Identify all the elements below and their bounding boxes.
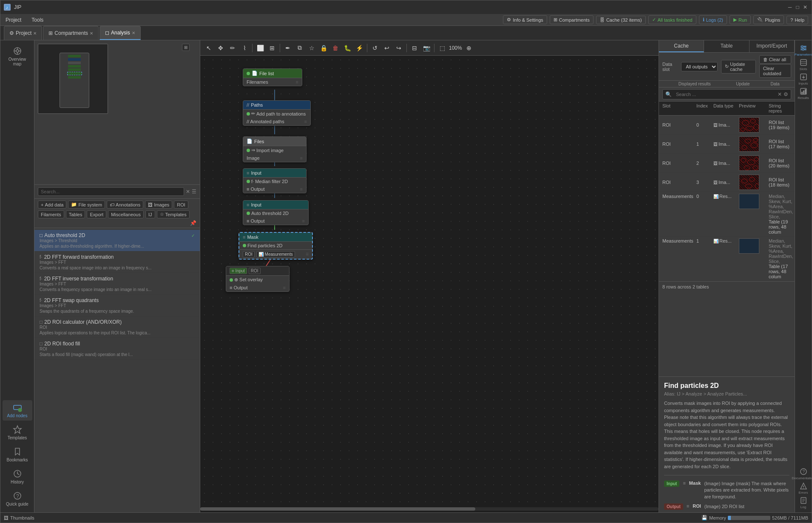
menu-tools[interactable]: Tools [30, 16, 45, 24]
minimap-expand-button[interactable]: ⊞ [182, 44, 190, 51]
all-tasks-button[interactable]: ✓ All tasks finished [648, 15, 696, 24]
node-auto-threshold[interactable]: ≡ Input Auto threshold 2D ≡ Output ≡ [243, 200, 309, 225]
cache-row-meas-1[interactable]: Measurements 1 📊 Res... Median, Skew, Ku… [659, 237, 795, 281]
menu-project[interactable]: Project [4, 16, 23, 24]
tab-compartments[interactable]: ⊞ Compartments ✕ [43, 26, 99, 40]
node-file-list[interactable]: 📄 File list Filenames ≡ [243, 68, 302, 86]
rectangle-tool[interactable]: ⬜ [255, 43, 265, 53]
documentation-button[interactable]: ? Documentation [797, 467, 810, 480]
filter-roi[interactable]: ROI [174, 201, 188, 209]
minimize-button[interactable]: ─ [787, 4, 793, 10]
filter-ij[interactable]: IJ [145, 210, 155, 218]
sidebar-item-add-nodes[interactable]: Add nodes [3, 400, 32, 421]
close-button[interactable]: ✕ [802, 4, 808, 10]
info-settings-button[interactable]: ⚙ Info & Settings [503, 15, 547, 24]
logs-button[interactable]: ℹ Logs (2) [699, 15, 727, 24]
tab-analysis-close[interactable]: ✕ [132, 31, 135, 35]
cache-row-roi-1[interactable]: ROI 1 🖼 Ima... [659, 135, 795, 154]
run-button[interactable]: ▶ Run [730, 15, 751, 24]
compartments-button[interactable]: ⊞ Compartments [550, 15, 593, 24]
node-files[interactable]: 📄 Files ⇒ Import image Image ≡ [243, 136, 307, 162]
select-tool[interactable]: ↖ [204, 43, 214, 53]
screenshot-tool[interactable]: 📷 [421, 43, 432, 53]
algorithm-item-auto-threshold[interactable]: □ Auto threshold 2D ✓ Images > Threshold… [34, 230, 200, 252]
copy-tool[interactable]: ⧉ [295, 43, 305, 53]
sidebar-item-quick-guide[interactable]: ? Quick guide [3, 489, 32, 509]
cache-button[interactable]: 🗄 Cache (32 items) [596, 16, 646, 24]
pen-tool[interactable]: ✏ [227, 43, 238, 53]
cache-search-options-icon[interactable]: ⚙ [784, 91, 788, 97]
right-tab-cache[interactable]: Cache [659, 40, 704, 52]
cache-tool[interactable]: ⚡ [354, 43, 364, 53]
workflow-canvas[interactable]: 📄 File list Filenames ≡ // Paths [200, 56, 659, 512]
canvas-area[interactable]: ↖ ✥ ✏ ⌇ ⬜ ⊞ ✒ ⧉ ☆ 🔒 🗑 🐛 ⚡ ↺ ↩ ↪ ⊟ [200, 40, 659, 512]
bookmark-tool[interactable]: ☆ [307, 43, 317, 53]
canvas-scrollbar-horizontal[interactable] [200, 507, 659, 511]
errors-button[interactable]: Errors [797, 482, 810, 495]
delete-tool[interactable]: 🗑 [330, 43, 341, 53]
search-options-icon[interactable]: ☰ [192, 189, 196, 195]
results-panel-button[interactable]: Results [797, 87, 810, 100]
filter-annotations[interactable]: 🏷 Annotations [107, 201, 143, 209]
filter-add-data[interactable]: + Add data [38, 201, 66, 209]
filter-miscellaneous[interactable]: Miscellaneous [108, 210, 144, 218]
lock-tool[interactable]: 🔒 [318, 43, 329, 53]
clear-all-button[interactable]: 🗑 Clear all [759, 55, 791, 64]
tab-project-close[interactable]: ✕ [33, 31, 37, 36]
algorithm-item-fft-forward[interactable]: f· 2D FFT forward transformation Images … [34, 252, 200, 273]
right-tab-import-export[interactable]: Import/Export [750, 40, 795, 52]
cache-row-roi-2[interactable]: ROI 2 🖼 Ima... [659, 154, 795, 173]
debug-tool[interactable]: 🐛 [342, 43, 352, 53]
pin-icon[interactable]: 📌 [190, 220, 196, 226]
tab-compartments-close[interactable]: ✕ [90, 31, 93, 36]
filter-file-system[interactable]: 📁 File system [68, 201, 105, 209]
node-find-particles[interactable]: ≡ Mask Find particles 2D ROI [238, 232, 313, 260]
redo-tool[interactable]: ↪ [394, 43, 404, 53]
maximize-button[interactable]: □ [795, 4, 801, 10]
tab-analysis[interactable]: ◻ Analysis ✕ [99, 26, 141, 40]
tab-project[interactable]: ⚙ Project ✕ [4, 26, 42, 40]
log-button[interactable]: Log [797, 496, 810, 509]
search-clear-icon[interactable]: ✕ [186, 189, 190, 195]
plugins-button[interactable]: 🔌 Plugins [753, 15, 784, 24]
connect-tool[interactable]: ⌇ [239, 43, 250, 53]
node-set-overlay[interactable]: ≡ Input ROI ⊕ Set overlay ≡ Output ≡ [226, 266, 290, 292]
algorithm-item-roi-calculator[interactable]: □ 2D ROI calculator (AND/OR/XOR) ROI App… [34, 317, 200, 338]
algorithm-item-roi-flood[interactable]: □ 2D ROI flood fill ROI Starts a flood f… [34, 338, 200, 360]
filter-export[interactable]: Export [87, 210, 106, 218]
move-tool[interactable]: ✥ [216, 43, 226, 53]
draw-tool[interactable]: ✒ [283, 43, 293, 53]
sidebar-item-bookmarks[interactable]: Bookmarks [3, 444, 32, 465]
update-cache-button[interactable]: ↻ Update cache [721, 60, 756, 74]
filter-tables[interactable]: Tables [66, 210, 85, 218]
cache-search-input[interactable] [673, 90, 776, 98]
right-tab-table[interactable]: Table [704, 40, 749, 52]
params-panel-button[interactable]: Parameters [797, 44, 810, 57]
rotate-left-tool[interactable]: ↺ [370, 43, 380, 53]
cache-row-roi-0[interactable]: ROI 0 🖼 Ima... [659, 116, 795, 135]
frame-tool[interactable]: ⬚ [437, 43, 447, 53]
sidebar-item-templates[interactable]: Templates [3, 422, 32, 443]
undo-tool[interactable]: ↩ [382, 43, 392, 53]
filter-images[interactable]: 🖼 Images [145, 201, 172, 209]
filter-filaments[interactable]: Filaments [38, 210, 64, 218]
cache-row-roi-3[interactable]: ROI 3 🖼 Ima... [659, 173, 795, 192]
sidebar-item-history[interactable]: History [3, 466, 32, 487]
algorithm-item-fft-inverse[interactable]: f· 2D FFT inverse transformation Images … [34, 273, 200, 295]
cache-row-meas-0[interactable]: Measurements 0 📊 Res... Median, Skew, Ku… [659, 192, 795, 237]
minimap[interactable] [38, 44, 108, 114]
cache-search-clear-icon[interactable]: ✕ [778, 91, 782, 97]
data-slot-select[interactable]: All outputs [681, 62, 718, 71]
node-paths[interactable]: // Paths ✏ Add path to annotations // An… [243, 100, 311, 126]
help-button[interactable]: ? Help [786, 16, 808, 24]
algorithm-item-fft-swap[interactable]: f· 2D FFT swap quadrants Images > FFT Sw… [34, 295, 200, 317]
filter-templates[interactable]: ☆ Templates [157, 210, 190, 218]
node-median-filter[interactable]: ≡ Input f· Median filter 2D ≡ Output ≡ [243, 168, 307, 193]
clear-outdated-button[interactable]: Clear outdated [759, 64, 791, 78]
table-tool[interactable]: ⊞ [267, 43, 277, 53]
grid-tool[interactable]: ⊟ [409, 43, 420, 53]
inputs-panel-button[interactable]: Inputs [797, 73, 810, 85]
zoom-expand[interactable]: ⊕ [464, 43, 474, 53]
algorithm-search-input[interactable] [38, 187, 184, 196]
sidebar-item-overview-map[interactable]: Overview map [3, 44, 32, 69]
